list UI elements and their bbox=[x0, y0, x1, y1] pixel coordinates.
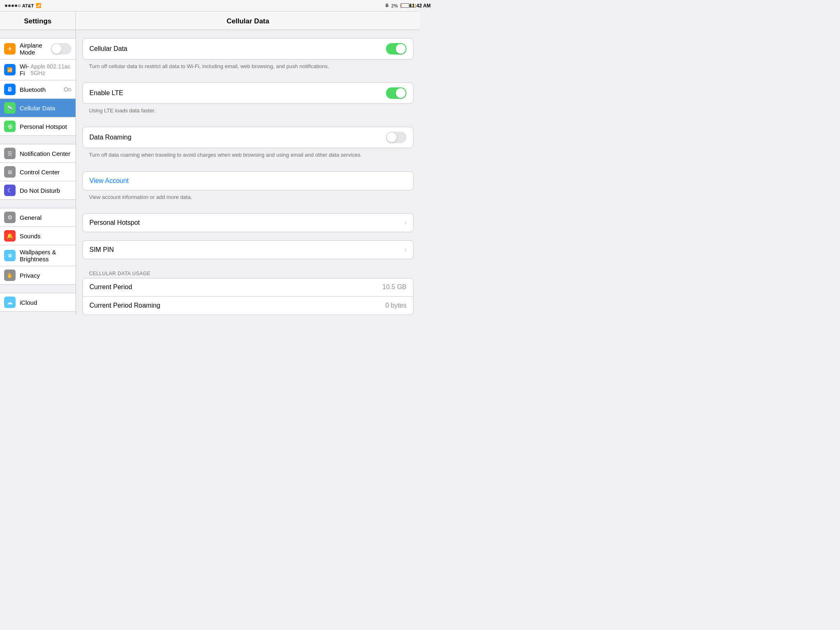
view-account-description: View account information or add more dat… bbox=[82, 190, 413, 205]
lte-section: Enable LTE Using LTE loads data faster. bbox=[82, 82, 413, 119]
bluetooth-value: On bbox=[64, 86, 71, 93]
sidebar-item-general[interactable]: ⚙ General bbox=[0, 208, 75, 227]
sidebar-item-privacy[interactable]: ✋ Privacy bbox=[0, 266, 75, 285]
sidebar-group-2: ☰ Notification Center ⊞ Control Center ☾… bbox=[0, 144, 75, 200]
current-period-row: Current Period 10.5 GB bbox=[83, 278, 413, 297]
hotspot-label: Personal Hotspot bbox=[20, 123, 71, 130]
section-gap-2 bbox=[0, 136, 75, 144]
wallpapers-label: Wallpapers & Brightness bbox=[20, 249, 71, 262]
sidebar-group-4: ☁ iCloud bbox=[0, 293, 75, 312]
sidebar-item-notification[interactable]: ☰ Notification Center bbox=[0, 144, 75, 163]
battery-percentage: 2% bbox=[391, 3, 398, 8]
bluetooth-icon: Ƀ bbox=[386, 3, 389, 8]
dot1 bbox=[5, 5, 7, 7]
usage-section-title: CELLULAR DATA USAGE bbox=[82, 267, 413, 278]
sounds-label: Sounds bbox=[20, 233, 71, 240]
status-left: AT&T 📶 bbox=[5, 3, 41, 8]
wifi-status-icon: 📶 bbox=[36, 3, 41, 8]
section-gap-4 bbox=[0, 285, 75, 293]
roaming-toggle[interactable] bbox=[386, 132, 406, 143]
view-account-row[interactable]: View Account bbox=[83, 172, 413, 190]
hotspot-chevron-icon: › bbox=[404, 219, 406, 226]
simpin-chevron-icon: › bbox=[404, 246, 406, 253]
section-gap-1 bbox=[0, 30, 75, 38]
content-area: Cellular Data Cellular Data Turn off cel… bbox=[76, 11, 420, 315]
sidebar-group-1: ✈ Airplane Mode 📶 Wi-Fi Apple 802.11ac 5… bbox=[0, 38, 75, 136]
lte-knob bbox=[396, 88, 406, 98]
lte-row: Enable LTE bbox=[83, 83, 413, 103]
current-period-roaming-label: Current Period Roaming bbox=[89, 302, 385, 309]
cellular-data-section: Cellular Data Turn off cellular data to … bbox=[82, 38, 413, 74]
sidebar-item-control[interactable]: ⊞ Control Center bbox=[0, 163, 75, 181]
cellular-data-toggle[interactable] bbox=[386, 43, 406, 55]
lte-description: Using LTE loads data faster. bbox=[82, 104, 413, 119]
carrier-label: AT&T bbox=[22, 3, 34, 8]
usage-card: Current Period 10.5 GB Current Period Ro… bbox=[82, 278, 413, 315]
content-hotspot-card: Personal Hotspot › bbox=[82, 213, 413, 232]
roaming-knob bbox=[387, 132, 397, 142]
dot3 bbox=[11, 5, 14, 7]
general-icon: ⚙ bbox=[4, 212, 16, 223]
lte-toggle[interactable] bbox=[386, 87, 406, 99]
dot2 bbox=[8, 5, 11, 7]
current-period-roaming-value: 0 bytes bbox=[385, 302, 406, 309]
sidebar-item-airplane-mode[interactable]: ✈ Airplane Mode bbox=[0, 38, 75, 59]
roaming-section: Data Roaming Turn off data roaming when … bbox=[82, 127, 413, 163]
control-label: Control Center bbox=[20, 169, 71, 176]
sidebar: Settings ✈ Airplane Mode 📶 Wi-Fi Apple 8… bbox=[0, 11, 76, 315]
wifi-icon: 📶 bbox=[4, 64, 16, 75]
main-layout: Settings ✈ Airplane Mode 📶 Wi-Fi Apple 8… bbox=[0, 11, 420, 315]
sidebar-item-wifi[interactable]: 📶 Wi-Fi Apple 802.11ac 5GHz bbox=[0, 59, 75, 80]
donotdisturb-label: Do Not Disturb bbox=[20, 187, 71, 194]
bluetooth-label: Bluetooth bbox=[20, 86, 62, 93]
content-title: Cellular Data bbox=[76, 11, 420, 30]
airplane-toggle[interactable] bbox=[51, 43, 71, 55]
lte-label: Enable LTE bbox=[89, 89, 386, 97]
airplane-icon: ✈ bbox=[4, 43, 16, 55]
view-account-card: View Account bbox=[82, 171, 413, 190]
sidebar-item-bluetooth[interactable]: Ƀ Bluetooth On bbox=[0, 80, 75, 99]
content-hotspot-label: Personal Hotspot bbox=[89, 219, 404, 226]
roaming-description: Turn off data roaming when traveling to … bbox=[82, 148, 413, 163]
sidebar-item-sounds[interactable]: 🔔 Sounds bbox=[0, 227, 75, 245]
simpin-card: SIM PIN › bbox=[82, 240, 413, 259]
notification-icon: ☰ bbox=[4, 148, 16, 159]
cellular-data-card: Cellular Data bbox=[82, 38, 413, 59]
cellular-data-row: Cellular Data bbox=[83, 39, 413, 59]
control-icon: ⊞ bbox=[4, 166, 16, 178]
airplane-toggle-knob bbox=[52, 44, 62, 54]
simpin-row[interactable]: SIM PIN › bbox=[83, 241, 413, 259]
privacy-icon: ✋ bbox=[4, 269, 16, 281]
sidebar-item-wallpapers[interactable]: ❁ Wallpapers & Brightness bbox=[0, 245, 75, 266]
sidebar-item-hotspot[interactable]: ⊕ Personal Hotspot bbox=[0, 117, 75, 136]
general-label: General bbox=[20, 214, 71, 221]
icloud-icon: ☁ bbox=[4, 297, 16, 308]
hotspot-icon: ⊕ bbox=[4, 121, 16, 132]
content-hotspot-row[interactable]: Personal Hotspot › bbox=[83, 214, 413, 232]
usage-section: CELLULAR DATA USAGE Current Period 10.5 … bbox=[82, 267, 413, 315]
roaming-label: Data Roaming bbox=[89, 134, 386, 141]
cellular-data-knob bbox=[396, 44, 406, 54]
sidebar-item-cellular[interactable]: 📡 Cellular Data bbox=[0, 99, 75, 117]
sidebar-item-donotdisturb[interactable]: ☾ Do Not Disturb bbox=[0, 181, 75, 200]
roaming-card: Data Roaming bbox=[82, 127, 413, 148]
cellular-icon: 📡 bbox=[4, 102, 16, 114]
sidebar-item-icloud[interactable]: ☁ iCloud bbox=[0, 293, 75, 312]
current-period-roaming-row: Current Period Roaming 0 bytes bbox=[83, 297, 413, 315]
view-account-link[interactable]: View Account bbox=[89, 177, 406, 185]
icloud-label: iCloud bbox=[20, 299, 71, 306]
view-account-section: View Account View account information or… bbox=[82, 171, 413, 205]
status-time: 11:42 AM bbox=[409, 3, 420, 9]
bluetooth-icon: Ƀ bbox=[4, 84, 16, 95]
content-hotspot-section: Personal Hotspot › bbox=[82, 213, 413, 232]
battery-body bbox=[400, 3, 409, 8]
battery-fill bbox=[401, 4, 402, 7]
sidebar-group-3: ⚙ General 🔔 Sounds ❁ Wallpapers & Bright… bbox=[0, 208, 75, 285]
dot5 bbox=[18, 5, 21, 7]
dot4 bbox=[15, 5, 17, 7]
simpin-label: SIM PIN bbox=[89, 246, 404, 253]
wallpapers-icon: ❁ bbox=[4, 250, 16, 261]
roaming-row: Data Roaming bbox=[83, 127, 413, 148]
lte-card: Enable LTE bbox=[82, 82, 413, 104]
status-bar: AT&T 📶 11:42 AM Ƀ 2% ⚡ bbox=[0, 0, 420, 11]
